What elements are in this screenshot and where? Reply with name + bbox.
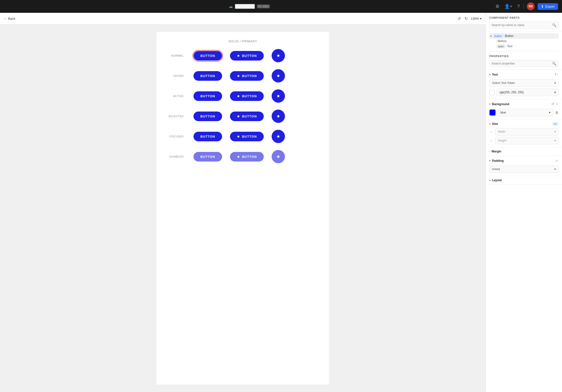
prop-header-left: ▾ Size [489, 122, 498, 126]
tree-item-label: Button [505, 34, 514, 38]
width-label: Width [498, 130, 506, 133]
button-normal-icon-text[interactable]: ★ BUTTON [230, 51, 264, 61]
background-reset-button[interactable]: ↺ [551, 102, 555, 106]
back-button[interactable]: ← Back [4, 17, 15, 20]
button-hover-text[interactable]: BUTTON [193, 71, 222, 81]
tree-item-text[interactable]: span Text [495, 44, 559, 49]
prop-header-left: ▾ Text [489, 73, 498, 76]
tree-item-button[interactable]: ▾ button Button [489, 33, 559, 39]
star-icon: ★ [276, 93, 280, 99]
size-property-section: ▾ Size ••• ↔ Width ▾ ↕ Height [486, 119, 562, 147]
row-buttons: BUTTON ★ BUTTON ★ [193, 89, 285, 103]
padding-section-header[interactable]: ▾ Padding ⤢ [486, 156, 562, 164]
padding-value-row: mixed ▾ [486, 164, 562, 174]
button-disabled-icon-text[interactable]: ★ BUTTON [230, 152, 264, 162]
settings-button[interactable]: ⚙ [494, 3, 500, 10]
width-dropdown[interactable]: Width ▾ [495, 128, 559, 135]
project-chevron-icon: ▾ [253, 4, 254, 8]
text-token-dropdown[interactable]: Select Text Token ▾ [489, 79, 559, 87]
background-add-button[interactable]: + [556, 102, 559, 106]
button-normal-icon-only[interactable]: ★ [272, 49, 285, 62]
margin-section-header[interactable]: › Margin [486, 147, 562, 156]
text-section-header[interactable]: ▾ Text T↕ [486, 70, 562, 78]
text-color-dropdown[interactable]: rgb(255, 255, 255) ▾ [497, 89, 559, 96]
button-focused-icon-only[interactable]: ★ [272, 130, 285, 143]
size-section-header[interactable]: ▾ Size ••• [486, 119, 562, 127]
toolbar-right: ↺ ↻ 130% ▾ [457, 15, 482, 22]
properties-section-header: PROPERTIES 🔍 [486, 51, 562, 70]
main-layout: ← Back ↺ ↻ 130% ▾ SOLID / PRIMARY [0, 13, 562, 392]
button-active-icon-only[interactable]: ★ [272, 89, 285, 103]
margin-section-title: Margin [492, 150, 501, 153]
button-normal-text[interactable]: BUTTON [193, 51, 222, 61]
span-tag-badge: span [496, 44, 506, 48]
padding-value-chevron-icon: ▾ [554, 167, 556, 171]
text-property-section: ▾ Text T↕ Select Text Token ▾ rgb(255, 2… [486, 70, 562, 99]
button-hover-icon-text[interactable]: ★ BUTTON [230, 71, 264, 81]
background-section-header[interactable]: ▾ Background ↺ + [486, 99, 562, 108]
width-row: ↔ Width ▾ [486, 127, 562, 136]
star-icon: ★ [276, 73, 280, 79]
undo-button[interactable]: ↺ [457, 15, 462, 22]
properties-search-box[interactable]: 🔍 [489, 60, 559, 67]
background-color-chevron-icon: ▾ [549, 111, 550, 114]
layout-section-chevron-icon: ▾ [489, 179, 491, 182]
button-hover-icon-only[interactable]: ★ [272, 69, 285, 82]
button-focused-icon-text[interactable]: ★ BUTTON [230, 132, 264, 141]
topbar-center: ☁ My Project ▾ R1 2023 [228, 4, 270, 9]
button-active-text[interactable]: BUTTON [193, 91, 222, 101]
row-label-hover: HOVER [166, 74, 184, 77]
prop-header-left: ▾ Layout [489, 179, 502, 182]
toolbar-left: ← Back [4, 17, 15, 20]
padding-value-label: mixed [492, 167, 500, 171]
size-options-button[interactable]: ••• [552, 122, 559, 126]
export-button[interactable]: ⬆ Export [538, 3, 558, 10]
redo-button[interactable]: ↻ [464, 15, 469, 22]
height-row: ↕ Height ▾ [486, 136, 562, 145]
text-color-row: rgb(255, 255, 255) ▾ [486, 88, 562, 97]
side-panel: COMPONENT PARTS 🔍 ▾ button Button ::Befo… [486, 13, 562, 392]
background-color-dropdown[interactable]: blue ▾ [498, 109, 553, 116]
component-parts-search-input[interactable] [492, 23, 551, 27]
help-button[interactable]: ? [516, 3, 521, 10]
text-color-value: rgb(255, 255, 255) [499, 91, 524, 94]
button-selected-icon-text[interactable]: ★ BUTTON [230, 112, 264, 121]
text-token-row: Select Text Token ▾ [486, 78, 562, 88]
button-selected-text[interactable]: BUTTON [193, 112, 222, 121]
back-arrow-icon: ← [4, 17, 7, 20]
text-type-icon-button[interactable]: T↕ [554, 72, 559, 77]
star-icon: ★ [237, 94, 240, 98]
star-icon: ★ [276, 154, 280, 159]
add-user-button[interactable]: 👤+ [503, 3, 513, 10]
properties-area: ▾ Text T↕ Select Text Token ▾ rgb(255, 2… [486, 70, 562, 392]
component-parts-search-box[interactable]: 🔍 [489, 22, 559, 29]
layout-section-title: Layout [492, 179, 502, 182]
padding-expand-button[interactable]: ⤢ [555, 158, 559, 163]
padding-value-dropdown[interactable]: mixed ▾ [489, 165, 559, 173]
prop-header-left: ▾ Padding [489, 159, 504, 163]
button-focused-text[interactable]: BUTTON [193, 132, 222, 141]
properties-title: PROPERTIES [489, 55, 559, 58]
row-buttons: BUTTON ★ BUTTON ★ [193, 69, 285, 82]
size-section-chevron-icon: ▾ [489, 123, 491, 125]
tree-item-before[interactable]: ::Before [495, 39, 559, 44]
component-parts-title: COMPONENT PARTS [489, 16, 559, 19]
button-active-icon-text[interactable]: ★ BUTTON [230, 91, 264, 101]
search-icon: 🔍 [552, 62, 556, 65]
background-delete-button[interactable]: 🗑 [555, 111, 559, 114]
button-disabled-icon-only[interactable]: ★ [272, 150, 285, 163]
star-icon: ★ [276, 114, 280, 119]
star-icon: ★ [237, 135, 240, 138]
zoom-selector[interactable]: 130% ▾ [471, 17, 482, 20]
layout-section-header[interactable]: ▾ Layout [486, 176, 562, 184]
button-disabled-text[interactable]: BUTTON [193, 152, 222, 162]
properties-search-input[interactable] [492, 62, 551, 65]
tree-chevron-icon: ▾ [490, 35, 492, 37]
height-dropdown[interactable]: Height ▾ [495, 137, 559, 144]
background-color-swatch [489, 109, 496, 116]
tree-children: ::Before span Text [489, 39, 559, 49]
button-selected-icon-only[interactable]: ★ [272, 110, 285, 123]
project-name-button[interactable]: My Project ▾ [235, 4, 255, 9]
avatar: RK [527, 2, 535, 10]
padding-section-title: Padding [492, 159, 504, 163]
